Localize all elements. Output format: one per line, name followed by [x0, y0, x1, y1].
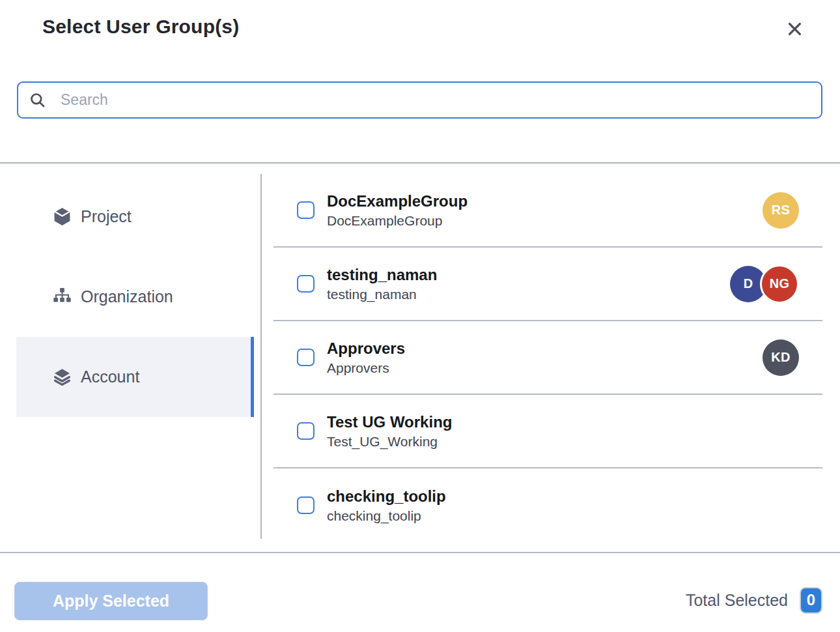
user-group-row-test-ug-working: Test UG Working Test_UG_Working: [273, 395, 822, 468]
search-input[interactable]: [61, 91, 811, 109]
footer-divider: [0, 552, 840, 553]
user-group-row-approvers: Approvers Approvers KD: [273, 321, 822, 395]
group-checkbox[interactable]: [297, 201, 315, 219]
total-selected-badge: 0: [800, 587, 822, 614]
search-box: [17, 81, 822, 119]
avatar-stack: KD: [763, 339, 799, 376]
select-user-groups-modal: Select User Group(s) Proj: [0, 0, 840, 632]
group-name: checking_toolip: [327, 487, 799, 506]
tab-project-label: Project: [81, 207, 132, 226]
layers-icon: [52, 367, 72, 387]
group-checkbox[interactable]: [297, 422, 315, 440]
avatar: NG: [760, 265, 799, 304]
group-checkbox[interactable]: [297, 496, 315, 514]
group-texts: DocExampleGroup DocExampleGroup: [327, 192, 763, 229]
total-selected-label: Total Selected: [686, 591, 788, 610]
group-description: Approvers: [327, 360, 763, 377]
group-texts: Test UG Working Test_UG_Working: [327, 412, 799, 450]
close-button[interactable]: [783, 17, 806, 40]
group-description: testing_naman: [327, 286, 730, 303]
group-checkbox[interactable]: [297, 275, 315, 293]
avatar-stack: D NG: [730, 265, 799, 304]
close-icon: [786, 20, 804, 38]
group-name: testing_naman: [327, 265, 730, 284]
scope-tabs: Project Organization: [16, 177, 254, 417]
group-description: checking_toolip: [327, 508, 799, 524]
cube-icon: [52, 207, 72, 227]
group-description: Test_UG_Working: [327, 433, 799, 450]
apply-selected-button[interactable]: Apply Selected: [14, 582, 208, 620]
avatar-stack: RS: [763, 192, 799, 229]
user-group-row-checking-toolip: checking_toolip checking_toolip: [273, 468, 822, 542]
tab-account[interactable]: Account: [16, 337, 254, 417]
group-name: Test UG Working: [327, 412, 799, 431]
user-group-row-docexamplegroup: DocExampleGroup DocExampleGroup RS: [273, 174, 822, 248]
group-name: DocExampleGroup: [327, 192, 763, 210]
total-selected: Total Selected 0: [686, 586, 822, 614]
column-divider: [260, 174, 262, 539]
tab-organization-label: Organization: [81, 287, 173, 306]
group-texts: testing_naman testing_naman: [327, 265, 730, 303]
avatar: KD: [763, 339, 799, 376]
header-divider: [0, 162, 840, 164]
search-icon: [29, 91, 46, 109]
group-name: Approvers: [327, 339, 763, 358]
tab-organization[interactable]: Organization: [16, 257, 254, 337]
user-group-list: DocExampleGroup DocExampleGroup RS testi…: [273, 174, 822, 542]
user-group-row-testing-naman: testing_naman testing_naman D NG: [273, 248, 822, 321]
page-title: Select User Group(s): [42, 16, 239, 38]
tab-account-label: Account: [81, 367, 139, 386]
group-texts: Approvers Approvers: [327, 339, 763, 377]
avatar: RS: [763, 192, 799, 229]
group-description: DocExampleGroup: [327, 212, 763, 229]
tab-project[interactable]: Project: [16, 177, 254, 257]
sitemap-icon: [52, 287, 72, 307]
group-checkbox[interactable]: [297, 349, 315, 366]
group-texts: checking_toolip checking_toolip: [327, 487, 799, 524]
